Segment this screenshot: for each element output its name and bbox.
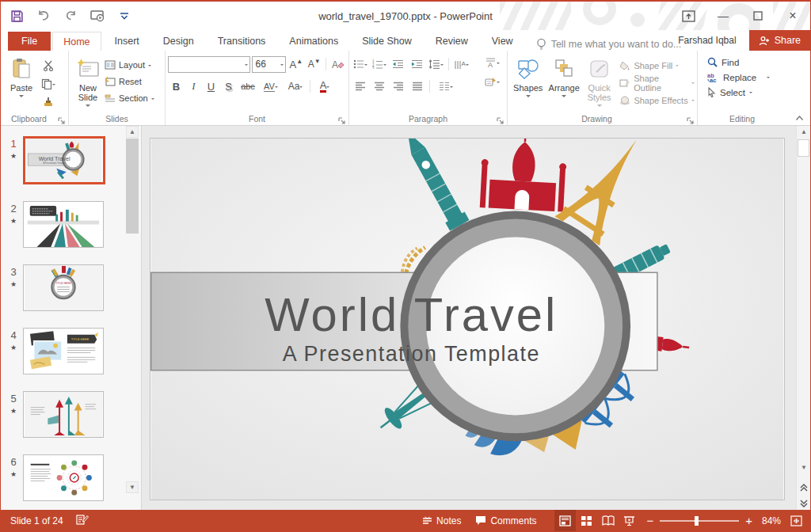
shape-outline-button[interactable]: Shape Outline <box>619 75 695 90</box>
change-case-button[interactable]: Aa <box>284 78 307 94</box>
thumbnail-scrollbar-thumb[interactable] <box>126 139 139 234</box>
increase-font-size-button[interactable]: A▲ <box>287 56 304 72</box>
clipboard-dialog-launcher[interactable] <box>58 114 66 122</box>
arrange-button[interactable]: Arrange <box>546 55 581 112</box>
justify-button[interactable] <box>409 78 425 94</box>
layout-button[interactable]: Layout <box>105 58 154 72</box>
character-spacing-button[interactable]: AV <box>259 78 283 94</box>
slide-canvas[interactable]: World Travel A Presentation Template <box>150 138 785 500</box>
text-direction-button[interactable]: A <box>453 56 470 72</box>
thumbnail-scrollbar[interactable]: ▲ ▼ <box>126 126 139 493</box>
clear-formatting-button[interactable]: A <box>329 56 346 72</box>
select-button[interactable]: Select <box>707 85 784 100</box>
format-painter-button[interactable] <box>40 94 56 110</box>
maximize-button[interactable] <box>741 2 775 30</box>
previous-slide-button[interactable] <box>797 481 810 495</box>
thumbnail-slide-2[interactable]: 2★ <box>4 201 141 248</box>
minimize-button[interactable]: — <box>706 2 741 30</box>
tab-design[interactable]: Design <box>153 32 204 51</box>
zoom-percentage[interactable]: 84% <box>759 515 786 526</box>
thumbnail-slide-5[interactable]: 5★ <box>4 391 141 438</box>
reading-view-button[interactable] <box>597 510 619 531</box>
font-name-combo[interactable] <box>168 56 250 73</box>
normal-view-button[interactable] <box>554 510 576 531</box>
line-spacing-button[interactable] <box>428 56 444 72</box>
align-right-button[interactable] <box>390 78 406 94</box>
font-size-combo[interactable]: 66 <box>252 56 287 73</box>
copy-button[interactable] <box>40 76 56 92</box>
share-button[interactable]: Share <box>749 30 810 51</box>
redo-button[interactable] <box>63 8 78 24</box>
zoom-out-button[interactable]: − <box>646 514 653 527</box>
tab-insert[interactable]: Insert <box>105 32 150 51</box>
slide-scrollbar-thumb[interactable] <box>798 139 809 157</box>
slide-subtitle[interactable]: A Presentation Template <box>283 342 540 366</box>
section-button[interactable]: Section <box>105 91 154 105</box>
align-left-button[interactable] <box>352 78 368 94</box>
align-center-button[interactable] <box>371 78 387 94</box>
start-slideshow-button[interactable] <box>89 8 105 24</box>
quick-styles-button[interactable]: Quick Styles <box>582 55 616 112</box>
font-dialog-launcher[interactable] <box>338 114 346 122</box>
decrease-indent-button[interactable] <box>390 56 406 72</box>
slide-title[interactable]: World Travel <box>265 288 558 341</box>
bold-button[interactable]: B <box>168 78 185 94</box>
align-text-button[interactable]: A <box>484 55 501 70</box>
save-button[interactable] <box>9 8 25 24</box>
close-button[interactable]: × <box>775 2 810 30</box>
slide-scroll-down-arrow[interactable]: ▼ <box>798 462 810 473</box>
zoom-in-button[interactable]: + <box>745 514 752 527</box>
ribbon-display-options-button[interactable] <box>671 2 706 30</box>
font-color-button[interactable]: A <box>313 78 337 94</box>
columns-button[interactable] <box>434 78 458 94</box>
tab-home[interactable]: Home <box>52 32 101 51</box>
tab-transitions[interactable]: Transitions <box>208 32 276 51</box>
increase-indent-button[interactable] <box>409 56 425 72</box>
shapes-button[interactable]: Shapes <box>510 55 546 112</box>
numbering-button[interactable]: 123 <box>371 56 387 72</box>
customize-qat-button[interactable] <box>116 8 132 24</box>
comments-button[interactable]: Comments <box>468 510 543 531</box>
shape-effects-button[interactable]: Shape Effects <box>619 93 695 108</box>
italic-button[interactable]: I <box>185 78 202 94</box>
underline-button[interactable]: U <box>203 78 219 94</box>
next-slide-button[interactable] <box>797 496 810 511</box>
thumbnail-scroll-up-arrow[interactable]: ▲ <box>126 126 139 138</box>
decrease-font-size-button[interactable]: A▼ <box>306 56 322 72</box>
tab-view[interactable]: View <box>482 32 524 51</box>
text-shadow-button[interactable]: S <box>220 78 237 94</box>
new-slide-button[interactable]: New Slide <box>71 55 105 112</box>
slide-sorter-view-button[interactable] <box>576 510 597 531</box>
convert-smartart-button[interactable] <box>484 74 501 89</box>
drawing-dialog-launcher[interactable] <box>687 114 695 122</box>
slide-show-view-button[interactable] <box>619 510 640 531</box>
tab-slide-show[interactable]: Slide Show <box>352 32 422 51</box>
fit-slide-to-window-button[interactable] <box>786 510 807 531</box>
shape-fill-button[interactable]: Shape Fill <box>619 58 695 73</box>
slide-scrollbar[interactable]: ▲ ▼ <box>796 126 810 512</box>
replace-button[interactable]: abac Replace <box>707 70 784 85</box>
tab-review[interactable]: Review <box>425 32 478 51</box>
thumbnail-scroll-down-arrow[interactable]: ▼ <box>126 481 139 493</box>
strikethrough-button[interactable]: abc <box>238 78 258 94</box>
thumbnail-slide-1[interactable]: 1★ World Travel A Presentation Template <box>4 136 141 184</box>
zoom-slider[interactable] <box>660 520 739 522</box>
undo-button[interactable] <box>36 8 51 24</box>
slide-scroll-up-arrow[interactable]: ▲ <box>798 126 810 138</box>
thumbnail-slide-6[interactable]: 6★ <box>4 454 141 501</box>
notes-button[interactable]: Notes <box>415 510 468 531</box>
proofing-icon[interactable] <box>76 514 89 527</box>
bullets-button[interactable] <box>352 56 368 72</box>
tell-me-box[interactable]: Tell me what you want to do... <box>536 38 682 51</box>
reset-button[interactable]: Reset <box>105 74 154 89</box>
slide-counter[interactable]: Slide 1 of 24 <box>10 515 63 526</box>
find-button[interactable]: Find <box>707 55 784 70</box>
zoom-slider-thumb[interactable] <box>695 516 699 526</box>
paste-button[interactable]: Paste <box>3 55 40 112</box>
cut-button[interactable] <box>40 58 56 74</box>
tab-file[interactable]: File <box>8 32 51 51</box>
thumbnail-slide-3[interactable]: 3★ TITLE HERE <box>4 264 141 311</box>
tab-animations[interactable]: Animations <box>279 32 348 51</box>
paragraph-dialog-launcher[interactable] <box>497 114 504 122</box>
thumbnail-slide-4[interactable]: 4★ TITLE HERE <box>4 328 141 374</box>
